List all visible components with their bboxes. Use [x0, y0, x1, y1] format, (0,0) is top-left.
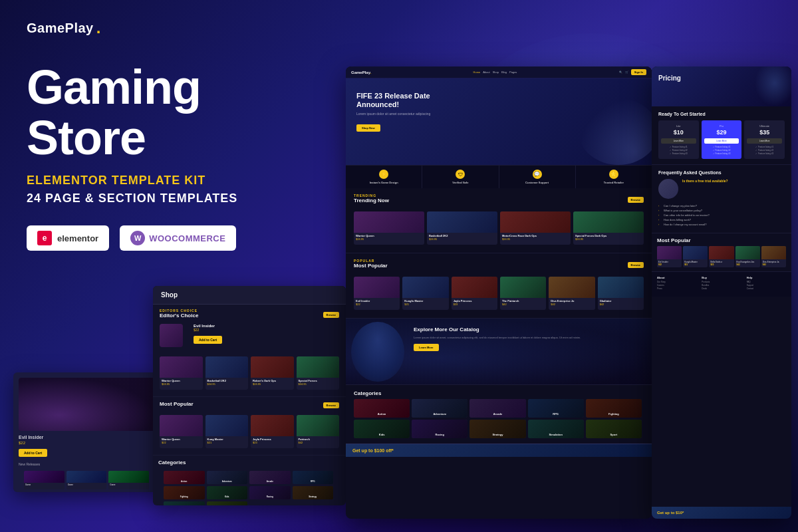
cat-action[interactable]: Action	[354, 399, 410, 418]
shop-popular-price-1: $22	[162, 441, 201, 444]
trending-title: Trending Now	[354, 198, 389, 203]
product-buy-button[interactable]: Add to Cart	[194, 336, 222, 344]
shop-popular-img-1	[160, 415, 203, 436]
ultimate-plan-price: $35	[747, 129, 782, 136]
pricing-hero: Pricing	[652, 66, 791, 106]
panel-navbar: GamePlay. Home About Shop Blog Pages 🔍 🛒…	[346, 66, 652, 78]
explore-learn-more-button[interactable]: Learn More	[414, 344, 439, 351]
mp-price-3: $23	[710, 263, 732, 266]
feature-verified: 🛡 Verified Safe	[422, 166, 499, 188]
mp-game-2: Kungfu Master $21	[683, 246, 708, 267]
trending-img-1	[354, 211, 424, 233]
nav-blog[interactable]: Blog	[501, 70, 507, 74]
cat-simulation[interactable]: Simulation	[528, 420, 584, 438]
shop-cat-strategy: Strategy	[293, 486, 334, 499]
popular-price-4: $42	[502, 303, 544, 306]
feature-trusted-label: Trusted Retailer	[579, 181, 649, 184]
feature-instant-label: Instant's Game Design	[348, 181, 419, 184]
mp-game-5: Dios Enterprise Ja $42	[761, 246, 786, 267]
popular-section: POPULAR Most Popular Browse Evil Insider…	[346, 253, 652, 318]
trending-section: TRENDING Trending Now Browse Warrior Que…	[346, 188, 652, 253]
faq-item-5[interactable]: How do I change my account email?	[658, 223, 785, 226]
popular-game-2: Kungfu Master $21	[402, 277, 448, 310]
editors-game-4: Special Forces $24.95	[297, 356, 340, 390]
shop-categories-title: Categories	[158, 460, 340, 466]
nav-actions: 🔍 🛒 Sign In	[619, 69, 646, 75]
trending-browse-button[interactable]: Browse	[628, 197, 644, 203]
faq-item-4[interactable]: How does billing work?	[658, 218, 785, 221]
footer-help-links: FAQ Support Contact	[747, 281, 786, 290]
cat-adventure[interactable]: Adventure	[412, 399, 467, 418]
popular-price-2: $21	[404, 303, 446, 306]
nav-signin-button[interactable]: Sign In	[631, 69, 646, 75]
feature-trusted: ⭐ Trusted Retailer	[576, 166, 652, 188]
editors-game-img-3	[251, 356, 294, 378]
faq-person-area: Is there a free trial available?	[658, 179, 785, 201]
trending-game-1: Warrior Queen $24.95	[354, 211, 424, 245]
cat-kids[interactable]: Kids	[354, 420, 410, 438]
lite-feature-2: ✓ Feature listing #2	[661, 149, 696, 152]
mp-price-1: $22	[658, 263, 680, 266]
lite-feature-3: ✓ Feature listing #3	[661, 152, 696, 155]
editors-browse-button[interactable]: Browse	[323, 312, 339, 318]
nav-shop[interactable]: Shop	[493, 70, 499, 74]
product-image	[160, 324, 183, 347]
feature-support-label: Customer Support	[502, 181, 573, 184]
trending-price-4: $24.95	[575, 237, 642, 241]
shop-categories-grid: Action Adventure Arcade RPG Fighting Kid…	[158, 468, 340, 505]
cat-rpg[interactable]: RPG	[528, 399, 584, 418]
categories-title: Categories	[354, 390, 644, 396]
add-to-cart-button[interactable]: Add to Cart	[19, 449, 47, 457]
explore-text: Lorem ipsum dolor sit amet, consectetur …	[414, 336, 652, 340]
cat-fighting[interactable]: Fighting	[586, 399, 642, 418]
pro-feature-2: ✓ Feature listing #2	[704, 149, 739, 152]
cat-racing[interactable]: Racing	[412, 420, 467, 438]
cat-strategy[interactable]: Strategy	[469, 420, 525, 438]
faq-item-2[interactable]: What is your cancellation policy?	[658, 209, 785, 212]
faq-item-1[interactable]: Can I change my plan later?	[658, 204, 785, 207]
pro-plan-name: Pro	[704, 124, 739, 128]
instant-icon: ⚡	[379, 170, 388, 179]
lite-learn-more-button[interactable]: Learn More	[661, 138, 696, 144]
mp-price-4: $42	[737, 263, 759, 266]
pricing-hero-bg	[755, 66, 791, 106]
pricing-plans-section: Ready To Get Started Lite $10 Learn More…	[652, 106, 791, 164]
popular-img-6	[598, 277, 644, 298]
hero-shop-button[interactable]: Shop Now	[356, 124, 380, 132]
faq-section: Frequently Asked Questions Is there a fr…	[652, 164, 791, 233]
trending-img-2	[427, 211, 497, 233]
elementor-text: elementor	[57, 233, 98, 243]
woo-icon: W	[130, 231, 145, 245]
ultimate-learn-more-button[interactable]: Learn More	[747, 138, 782, 144]
ultimate-feature-2: ✓ Feature listing #2	[747, 149, 782, 152]
shop-cat-sport: Sport	[207, 501, 248, 505]
popular-price-6: $42	[600, 303, 642, 306]
shop-cat-adventure: Adventure	[207, 471, 248, 484]
explore-title: Explore More Our Catalog	[414, 327, 652, 333]
trending-games-row: Warrior Queen $24.95 Basketball 2K2 $24.…	[354, 209, 644, 247]
pro-learn-more-button[interactable]: Learn More	[704, 138, 739, 144]
support-icon: 💬	[533, 170, 542, 179]
cat-sport[interactable]: Sport	[586, 420, 642, 438]
editors-game-price-2: $24.95	[207, 382, 247, 386]
feature-support: 💬 Customer Support	[499, 166, 576, 188]
shop-popular-games: Warrior Queen $22 Kung Master $21 Jayla …	[160, 412, 339, 451]
faq-item-3[interactable]: Can other info be added to an invoice?	[658, 213, 785, 217]
shop-popular-price-2: $21	[207, 441, 247, 444]
shop-cat-rpg: RPG	[293, 471, 334, 484]
shop-popular-btn[interactable]: Browse	[323, 402, 339, 408]
popular-browse-button[interactable]: Browse	[628, 262, 644, 268]
shop-popular-price-3: $23	[253, 441, 292, 444]
nav-about[interactable]: About	[483, 70, 489, 74]
badges-row: e elementor W WooCommerce	[27, 225, 319, 251]
nav-home[interactable]: Home	[473, 70, 481, 74]
popular-title: Most Popular	[354, 263, 388, 269]
footer-buy-links: Products Bundles Deals	[702, 281, 741, 290]
nav-cart-icon[interactable]: 🛒	[625, 70, 628, 74]
popular-price-1: $22	[356, 303, 398, 306]
feature-verified-label: Verified Safe	[425, 181, 495, 184]
nav-pages[interactable]: Pages	[509, 70, 517, 74]
nav-search-icon[interactable]: 🔍	[619, 70, 622, 74]
cat-arcade[interactable]: Arcade	[469, 399, 525, 418]
shop-popular-section: Most Popular Browse Warrior Queen $22 Ku…	[153, 396, 346, 455]
